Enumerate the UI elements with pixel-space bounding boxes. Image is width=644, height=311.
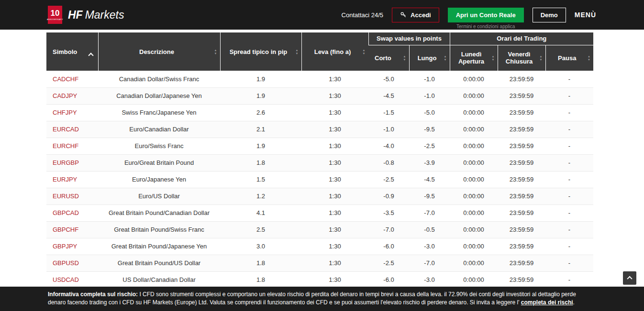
col-header-friday-close[interactable]: Venerdì Chiusura ▲▼ [498, 45, 545, 71]
table-row: CADCHF Canadian Dollar/Swiss Franc 1.9 1… [46, 71, 593, 87]
symbol-link[interactable]: CADJPY [53, 92, 77, 99]
leverage-cell: 1:30 [301, 104, 368, 121]
spread-cell: 1.8 [220, 271, 301, 288]
hf-markets-logo[interactable]: 10 ANNIVERSARY HFMarkets [48, 6, 124, 24]
symbol-link[interactable]: GBPCAD [53, 209, 79, 216]
symbol-link[interactable]: EURJPY [53, 176, 77, 183]
swap-short-cell: -4.0 [368, 138, 409, 154]
scroll-to-top-button[interactable] [623, 271, 636, 285]
group-header-swap-values: Swap values in points [368, 32, 450, 45]
leverage-cell: 1:30 [301, 171, 368, 188]
swap-short-cell: -1.0 [368, 121, 409, 138]
friday-close-cell: 23:59:59 [498, 138, 545, 154]
symbol-link[interactable]: CHFJPY [53, 109, 77, 116]
swap-long-cell: -4.5 [409, 171, 450, 188]
col-header-pause[interactable]: Pausa ▲▼ [545, 45, 593, 71]
col-header-leverage[interactable]: Leva (fino a) ▲▼ [301, 32, 368, 71]
symbol-cell: GBPUSD [46, 255, 98, 271]
monday-open-cell: 0:00:00 [450, 104, 498, 121]
symbol-link[interactable]: GBPUSD [53, 259, 79, 267]
spread-cell: 4.1 [220, 204, 301, 221]
monday-open-cell: 0:00:00 [450, 238, 498, 255]
risk-warning-banner: Informativa completa sul rischio: I CFD … [0, 287, 644, 311]
monday-open-cell: 0:00:00 [450, 204, 498, 221]
chevron-up-icon [627, 276, 632, 281]
risk-disclosure-link[interactable]: completa dei rischi [521, 299, 573, 306]
pause-cell: - [545, 87, 593, 104]
col-header-symbol[interactable]: Simbolo [46, 32, 98, 71]
col-header-monday-open[interactable]: Lunedì Apertura ▲▼ [450, 45, 498, 71]
col-header-swap-long[interactable]: Lungo ▲▼ [409, 45, 450, 71]
leverage-cell: 1:30 [301, 154, 368, 171]
pause-cell: - [545, 255, 593, 271]
pause-cell: - [545, 271, 593, 288]
col-header-description[interactable]: Descrizione ▲▼ [98, 32, 220, 71]
table-row: GBPUSD Great Britain Pound/US Dollar 1.8… [46, 255, 593, 271]
table-row: GBPCAD Great Britain Pound/Canadian Doll… [46, 204, 593, 221]
pause-cell: - [545, 238, 593, 255]
spread-cell: 2.5 [220, 221, 301, 238]
sort-icon: ▲▼ [492, 55, 495, 61]
open-real-account-button[interactable]: Apri un Conto Reale [448, 8, 524, 22]
symbol-link[interactable]: GBPJPY [53, 243, 77, 250]
friday-close-cell: 23:59:59 [498, 255, 545, 271]
swap-short-cell: -0.8 [368, 154, 409, 171]
table-row: USDCAD US Dollar/Canadian Dollar 1.8 1:3… [46, 271, 593, 288]
monday-open-cell: 0:00:00 [450, 255, 498, 271]
description-cell: Euro/Great Britain Pound [98, 154, 220, 171]
description-cell: Euro/Swiss Franc [98, 138, 220, 154]
pause-cell: - [545, 104, 593, 121]
symbol-link[interactable]: EURCAD [53, 126, 79, 133]
login-button-label: Accedi [411, 11, 431, 19]
table-row: EURUSD Euro/US Dollar 1.2 1:30 -0.9 -9.5… [46, 188, 593, 204]
sort-icon: ▲▼ [588, 55, 590, 61]
sort-icon: ▲▼ [296, 49, 299, 55]
table-row: EURGBP Euro/Great Britain Pound 1.8 1:30… [46, 154, 593, 171]
swap-short-cell: -2.5 [368, 171, 409, 188]
swap-short-cell: -6.0 [368, 238, 409, 255]
menu-button[interactable]: MENÙ [575, 11, 596, 19]
symbol-cell: EURUSD [46, 188, 98, 204]
demo-button[interactable]: Demo [533, 8, 566, 22]
risk-warning-title: Informativa completa sul rischio: [48, 291, 138, 298]
friday-close-cell: 23:59:59 [498, 238, 545, 255]
monday-open-cell: 0:00:00 [450, 271, 498, 288]
table-row: GBPCHF Great Britain Pound/Swiss Franc 2… [46, 221, 593, 238]
col-header-swap-short[interactable]: Corto ▲▼ [368, 45, 409, 71]
contact-link[interactable]: Contattaci 24/5 [342, 11, 383, 19]
swap-long-cell: -3.0 [409, 271, 450, 288]
symbol-link[interactable]: CADCHF [53, 75, 78, 83]
leverage-cell: 1:30 [301, 121, 368, 138]
symbol-link[interactable]: EURUSD [53, 193, 79, 200]
symbol-link[interactable]: EURCHF [53, 142, 78, 150]
monday-open-cell: 0:00:00 [450, 138, 498, 154]
table-body: CADCHF Canadian Dollar/Swiss Franc 1.9 1… [46, 71, 593, 288]
pause-cell: - [545, 138, 593, 154]
pause-cell: - [545, 204, 593, 221]
description-cell: US Dollar/Canadian Dollar [98, 271, 220, 288]
swap-long-cell: -1.0 [409, 87, 450, 104]
swap-short-cell: -0.9 [368, 188, 409, 204]
key-icon [400, 11, 407, 18]
symbol-cell: EURJPY [46, 171, 98, 188]
leverage-cell: 1:30 [301, 238, 368, 255]
symbol-cell: EURGBP [46, 154, 98, 171]
col-header-spread[interactable]: Spread tipico in pip ▲▼ [220, 32, 301, 71]
open-real-account-label: Apri un Conto Reale [456, 11, 516, 19]
description-cell: Canadian Dollar/Swiss Franc [98, 71, 220, 87]
table-row: CHFJPY Swiss Franc/Japanese Yen 2.6 1:30… [46, 104, 593, 121]
spread-cell: 1.5 [220, 171, 301, 188]
forex-instruments-table: Simbolo Descrizione ▲▼ Spread tipico in … [46, 32, 593, 289]
login-button[interactable]: Accedi [392, 8, 439, 22]
monday-open-cell: 0:00:00 [450, 188, 498, 204]
table-row: GBPJPY Great Britain Pound/Japanese Yen … [46, 238, 593, 255]
table-row: EURCAD Euro/Canadian Dollar 2.1 1:30 -1.… [46, 121, 593, 138]
symbol-link[interactable]: USDCAD [53, 276, 79, 283]
symbol-link[interactable]: GBPCHF [53, 226, 78, 233]
monday-open-cell: 0:00:00 [450, 221, 498, 238]
symbol-link[interactable]: EURGBP [53, 159, 79, 166]
leverage-cell: 1:30 [301, 221, 368, 238]
symbol-cell: CHFJPY [46, 104, 98, 121]
pause-cell: - [545, 154, 593, 171]
pause-cell: - [545, 171, 593, 188]
